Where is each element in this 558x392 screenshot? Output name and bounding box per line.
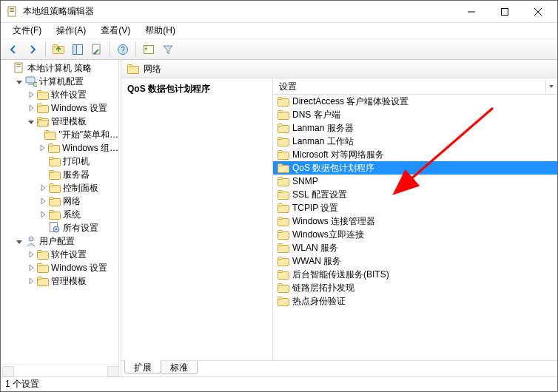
folder-icon <box>49 169 61 180</box>
list-item-label: WLAN 服务 <box>292 242 338 254</box>
list-item[interactable]: Lanman 服务器 <box>273 121 557 135</box>
folder-icon <box>278 123 289 133</box>
folder-icon <box>278 216 289 226</box>
tree-software-settings[interactable]: 软件设置 <box>26 88 118 101</box>
tree-admin-templates[interactable]: 管理模板 <box>26 115 118 128</box>
svg-rect-23 <box>145 48 147 49</box>
list-item[interactable]: SNMP <box>273 175 557 188</box>
close-button[interactable] <box>521 1 554 22</box>
tree-network[interactable]: 网络 <box>38 195 118 208</box>
folder-icon <box>37 263 49 273</box>
tree-u-windows-settings[interactable]: Windows 设置 <box>26 261 118 274</box>
svg-rect-16 <box>73 44 77 54</box>
svg-rect-24 <box>145 50 147 50</box>
list-item[interactable]: Windows立即连接 <box>273 228 557 241</box>
folder-icon <box>37 89 49 100</box>
all-settings-button[interactable] <box>140 41 158 58</box>
folder-icon <box>44 129 56 140</box>
list-item[interactable]: 链路层拓扑发现 <box>273 281 557 294</box>
svg-rect-25 <box>15 63 22 72</box>
tree-system[interactable]: 系统 <box>38 208 118 221</box>
folder-icon <box>278 149 289 160</box>
folder-icon <box>49 156 61 166</box>
tree-windows-settings[interactable]: Windows 设置 <box>26 101 118 115</box>
list-item[interactable]: WWAN 服务 <box>273 254 557 268</box>
list-item[interactable]: SSL 配置设置 <box>273 188 557 201</box>
list-item-label: Lanman 服务器 <box>292 122 354 135</box>
up-button[interactable] <box>50 41 67 58</box>
list-item[interactable]: TCPIP 设置 <box>273 201 557 214</box>
list-item[interactable]: 热点身份验证 <box>273 294 557 308</box>
tree-printers[interactable]: 打印机 <box>38 155 118 168</box>
tree-computer-config[interactable]: 计算机配置 <box>14 75 118 88</box>
list-item-label: 热点身份验证 <box>292 295 346 308</box>
folder-icon <box>278 189 289 200</box>
tree-pane[interactable]: 本地计算机 策略 计算机配置 <box>1 60 119 376</box>
tab-standard[interactable]: 标准 <box>161 361 198 374</box>
list-item-label: TCPIP 设置 <box>292 202 338 214</box>
show-tree-button[interactable] <box>69 41 87 58</box>
list-item[interactable]: 后台智能传送服务(BITS) <box>273 268 557 281</box>
folder-icon <box>278 243 289 253</box>
right-header: 网络 <box>121 60 557 78</box>
folder-icon <box>278 256 289 266</box>
filter-button[interactable] <box>159 41 177 58</box>
folder-icon <box>49 209 61 220</box>
tree-control-panel[interactable]: 控制面板 <box>38 181 118 195</box>
settings-icon <box>49 222 61 234</box>
app-icon <box>7 6 19 18</box>
tree-horizontal-scrollbar[interactable] <box>1 364 120 376</box>
tab-strip: 扩展 标准 <box>121 360 557 376</box>
list-item[interactable]: Windows 连接管理器 <box>273 214 557 228</box>
folder-icon <box>48 143 60 153</box>
list-item[interactable]: DirectAccess 客户端体验设置 <box>273 95 557 108</box>
list-item-label: Windows立即连接 <box>292 229 364 241</box>
menu-view[interactable]: 查看(V) <box>93 23 138 38</box>
menu-help[interactable]: 帮助(H) <box>138 23 183 38</box>
forward-button[interactable] <box>24 41 41 58</box>
svg-rect-27 <box>16 66 21 67</box>
back-button[interactable] <box>4 41 22 58</box>
svg-text:?: ? <box>121 46 125 54</box>
list-item[interactable]: Microsoft 对等网络服务 <box>273 148 557 161</box>
toolbar: ? <box>1 39 557 60</box>
tree-user-config[interactable]: 用户配置 <box>14 234 118 248</box>
help-button[interactable]: ? <box>114 41 132 58</box>
tree-all-settings[interactable]: 所有设置 <box>38 221 118 234</box>
list-item[interactable]: Lanman 工作站 <box>273 135 557 148</box>
svg-rect-14 <box>501 8 508 15</box>
svg-rect-22 <box>145 47 147 47</box>
list-item-label: Windows 连接管理器 <box>292 215 375 228</box>
menu-action[interactable]: 操作(A) <box>49 23 93 38</box>
folder-icon <box>278 296 289 306</box>
list-item[interactable]: WLAN 服务 <box>273 241 557 254</box>
user-icon <box>25 235 37 247</box>
properties-button[interactable] <box>88 41 106 58</box>
tree-root[interactable]: 本地计算机 策略 <box>2 61 118 75</box>
window-title: 本地组策略编辑器 <box>23 5 454 18</box>
folder-icon <box>278 109 289 120</box>
tree-windows-components[interactable]: Windows 组… <box>38 141 118 155</box>
tree-u-admin-templates[interactable]: 管理模板 <box>26 274 118 288</box>
folder-icon <box>49 196 61 206</box>
column-header-setting[interactable]: 设置 <box>273 78 557 95</box>
list-item[interactable]: QoS 数据包计划程序 <box>273 161 557 175</box>
list-item-label: QoS 数据包计划程序 <box>292 162 374 175</box>
tree-u-software-settings[interactable]: 软件设置 <box>26 248 118 261</box>
minimize-button[interactable] <box>454 1 488 22</box>
tree-start-menu[interactable]: "开始"菜单和… <box>38 128 118 141</box>
settings-list[interactable]: DirectAccess 客户端体验设置DNS 客户端Lanman 服务器Lan… <box>273 95 557 360</box>
column-overflow-icon[interactable] <box>545 80 556 92</box>
tab-extended[interactable]: 扩展 <box>124 360 161 374</box>
list-item-label: Lanman 工作站 <box>292 135 354 148</box>
menu-file[interactable]: 文件(F) <box>5 23 49 38</box>
status-text: 1 个设置 <box>5 378 39 391</box>
folder-icon <box>278 283 289 293</box>
folder-icon <box>278 136 289 146</box>
folder-icon <box>37 116 49 126</box>
svg-rect-11 <box>10 8 14 9</box>
maximize-button[interactable] <box>488 1 521 22</box>
list-item[interactable]: DNS 客户端 <box>273 108 557 121</box>
description-title: QoS 数据包计划程序 <box>127 83 266 95</box>
tree-server[interactable]: 服务器 <box>38 168 118 181</box>
